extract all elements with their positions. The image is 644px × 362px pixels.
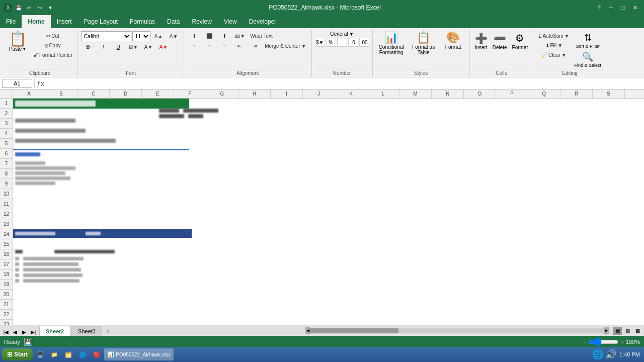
increase-font-btn[interactable]: A▲ — [151, 32, 166, 41]
col-header-j[interactable]: J — [303, 89, 335, 98]
cut-button[interactable]: ✂ Cut — [31, 31, 74, 40]
row-4[interactable]: 4 — [0, 129, 13, 139]
status-icon[interactable]: 💾 — [24, 338, 32, 346]
col-header-q[interactable]: Q — [528, 89, 560, 98]
add-sheet-btn[interactable]: + — [103, 326, 113, 336]
row-20[interactable]: 20 — [0, 290, 13, 300]
col-header-l[interactable]: L — [367, 89, 399, 98]
tab-developer[interactable]: Developer — [243, 15, 283, 28]
row-12[interactable]: 12 — [0, 209, 13, 219]
font-color-button[interactable]: A▼ — [156, 42, 171, 51]
copy-button[interactable]: ⎘ Copy — [31, 41, 74, 50]
col-header-o[interactable]: O — [464, 89, 496, 98]
underline-button[interactable]: U — [111, 42, 125, 51]
tab-formulas[interactable]: Formulas — [124, 15, 161, 28]
taskbar-files[interactable]: 🗂️ — [62, 348, 75, 360]
taskbar-browser[interactable]: 🌐 — [76, 348, 89, 360]
tab-review[interactable]: Review — [186, 15, 217, 28]
help-icon[interactable]: ? — [595, 3, 604, 12]
scroll-right-btn[interactable]: ▶ — [604, 327, 609, 334]
taskbar-folder[interactable]: 📁 — [48, 348, 61, 360]
zoom-slider[interactable] — [588, 338, 618, 346]
name-box[interactable] — [2, 79, 32, 88]
row-22[interactable]: 22 — [0, 310, 13, 320]
taskbar-app-red[interactable]: 🔴 — [90, 348, 103, 360]
clear-btn[interactable]: 🧹 Clear▼ — [536, 50, 571, 59]
normal-view-btn[interactable]: ▦ — [613, 327, 622, 335]
row-2[interactable]: 2 — [0, 109, 13, 119]
tab-page-layout[interactable]: Page Layout — [78, 15, 124, 28]
autosum-btn[interactable]: Σ AutoSum▼ — [536, 31, 571, 40]
row-17[interactable]: 17 — [0, 259, 13, 269]
col-header-f[interactable]: F — [174, 89, 206, 98]
col-header-b[interactable]: B — [45, 89, 77, 98]
formula-input[interactable] — [46, 79, 642, 88]
decrease-decimal-btn[interactable]: .0 — [348, 38, 358, 47]
decrease-font-btn[interactable]: A▼ — [167, 32, 181, 41]
maximize-btn[interactable]: □ — [618, 3, 628, 13]
orientation-btn[interactable]: ab▼ — [232, 31, 247, 40]
paste-button[interactable]: 📋 Paste ▼ — [5, 31, 30, 53]
row-13[interactable]: 13 — [0, 219, 13, 229]
taskbar-explorer[interactable]: 🖥️ — [34, 348, 47, 360]
col-header-e[interactable]: E — [142, 89, 174, 98]
col-header-h[interactable]: H — [238, 89, 271, 98]
insert-btn[interactable]: ➕ Insert — [473, 31, 490, 51]
tab-data[interactable]: Data — [161, 15, 186, 28]
format-painter-button[interactable]: 🖌 Format Painter — [31, 50, 74, 59]
tab-view[interactable]: View — [218, 15, 243, 28]
row-14[interactable]: 14 — [0, 229, 13, 239]
col-header-a[interactable]: A — [13, 89, 45, 98]
row-7[interactable]: 7 — [0, 159, 13, 169]
col-header-m[interactable]: M — [399, 89, 432, 98]
scroll-left-btn[interactable]: ◀ — [305, 327, 310, 334]
row-9[interactable]: 9 — [0, 179, 13, 189]
row-1[interactable]: 1 — [0, 99, 13, 109]
row-3[interactable]: 3 — [0, 119, 13, 129]
close-btn[interactable]: ✕ — [630, 3, 640, 13]
col-header-s[interactable]: S — [593, 89, 625, 98]
borders-button[interactable]: ⊞▼ — [126, 42, 140, 51]
align-middle-btn[interactable]: ⬛ — [202, 31, 216, 40]
row-15[interactable]: 15 — [0, 239, 13, 249]
wrap-text-btn[interactable]: Wrap Text — [248, 31, 275, 40]
percent-btn[interactable]: % — [326, 38, 336, 47]
col-header-g[interactable]: G — [206, 89, 238, 98]
format-as-table-btn[interactable]: 📋 Format as Table — [408, 31, 439, 56]
fill-color-button[interactable]: A▼ — [141, 42, 155, 51]
start-button[interactable]: ⊞ Start — [2, 348, 33, 360]
customize-quick-access[interactable]: ▼ — [46, 3, 55, 12]
sheet-tab-sheet2[interactable]: Sheet2 — [39, 326, 70, 336]
h-scrollbar-track[interactable] — [310, 328, 604, 333]
delete-btn[interactable]: ➖ Delete — [491, 31, 509, 51]
zoom-in-btn[interactable]: + — [620, 339, 623, 345]
increase-decimal-btn[interactable]: .00 — [359, 38, 369, 47]
taskbar-excel[interactable]: 📊 PO050522_Airhawk.xlsx — [104, 348, 174, 360]
align-right-btn[interactable]: ≡ — [217, 41, 231, 50]
align-center-btn[interactable]: ≡ — [202, 41, 216, 50]
row-16[interactable]: 16 — [0, 249, 13, 259]
font-family-select[interactable]: Calibri — [81, 31, 131, 41]
sheet-tab-sheet3[interactable]: Sheet3 — [71, 326, 102, 336]
redo-btn[interactable]: ↪ — [35, 3, 44, 12]
bold-button[interactable]: B — [81, 42, 95, 51]
col-header-i[interactable]: I — [271, 89, 303, 98]
col-header-n[interactable]: N — [432, 89, 464, 98]
row-10[interactable]: 10 — [0, 189, 13, 199]
row-23[interactable]: 23 — [0, 320, 13, 325]
conditional-formatting-btn[interactable]: 📊 Conditional Formatting — [376, 31, 407, 56]
merge-center-btn[interactable]: Merge & Center▼ — [263, 41, 308, 50]
increase-indent-btn[interactable]: ⇥ — [248, 41, 262, 50]
row-19[interactable]: 19 — [0, 280, 13, 290]
tab-file[interactable]: File — [0, 15, 22, 28]
col-header-r[interactable]: R — [560, 89, 593, 98]
page-break-view-btn[interactable]: ▩ — [633, 327, 642, 335]
row-6[interactable]: 6 — [0, 149, 13, 159]
find-select-btn[interactable]: 🔍 Find & Select — [572, 50, 603, 69]
first-sheet-btn[interactable]: |◀ — [2, 328, 10, 336]
row-21[interactable]: 21 — [0, 300, 13, 310]
decrease-indent-btn[interactable]: ⇤ — [232, 41, 247, 50]
italic-button[interactable]: I — [96, 42, 110, 51]
last-sheet-btn[interactable]: ▶| — [29, 328, 37, 336]
next-sheet-btn[interactable]: ▶ — [20, 328, 28, 336]
